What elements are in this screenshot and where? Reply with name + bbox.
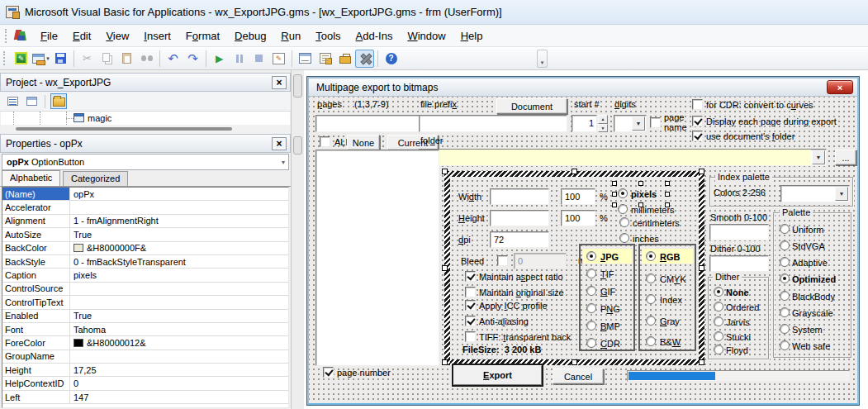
folder-value[interactable] [420, 150, 811, 165]
selection-handle[interactable] [699, 265, 704, 271]
property-label[interactable]: Caption [2, 269, 70, 281]
menu-addins[interactable]: Add-Ins [349, 26, 401, 45]
palette-system-radio[interactable] [780, 324, 790, 334]
colors-dropdown[interactable]: ▼ [780, 185, 850, 202]
color-cmyk-label[interactable]: CMYK [660, 274, 686, 284]
project-close-button[interactable]: × [272, 76, 287, 89]
unit-inches-radio[interactable] [619, 233, 629, 243]
maintain-aspect-label[interactable]: Maintain aspect ratio [479, 272, 563, 282]
maintain-aspect-checkbox[interactable] [465, 271, 476, 282]
cut-button[interactable]: ✂ [78, 50, 97, 68]
insert-userform-button[interactable]: ▾ [31, 50, 50, 68]
document-button[interactable]: Document [496, 98, 567, 114]
selection-handle[interactable] [572, 359, 577, 365]
menu-format[interactable]: Format [178, 26, 227, 45]
redo-button[interactable]: ↷ [183, 50, 202, 68]
break-button[interactable] [230, 50, 249, 68]
format-tif-radio[interactable] [586, 269, 596, 278]
dither-none-radio[interactable] [714, 287, 723, 297]
design-mode-button[interactable]: ✎ [269, 50, 288, 68]
format-cdr-radio[interactable] [586, 338, 596, 348]
format-bmp-radio[interactable] [586, 321, 596, 331]
palette-blackbody-radio[interactable] [780, 291, 790, 301]
page-number-checkbox[interactable] [323, 367, 334, 378]
unit-centimeters-radio[interactable] [619, 217, 629, 227]
height-percent-input[interactable]: 100 [561, 210, 595, 226]
menu-run[interactable]: Run [273, 26, 308, 45]
toolbar-grip[interactable] [3, 51, 7, 65]
format-cdr-label[interactable]: CDR [600, 339, 620, 349]
help-button[interactable]: ? [382, 50, 401, 68]
format-gif-label[interactable]: GIF [600, 287, 615, 297]
palette-uniform-radio[interactable] [780, 224, 790, 234]
display-each-page-checkbox[interactable] [692, 116, 703, 126]
selection-handle[interactable] [612, 202, 617, 207]
maintain-original-checkbox[interactable] [465, 287, 476, 297]
property-label[interactable]: Left [2, 391, 70, 403]
color-bw-radio[interactable] [646, 336, 656, 346]
dither-stucki-label[interactable]: Stucki [726, 332, 751, 342]
format-bmp-label[interactable]: BMP [600, 321, 620, 331]
none-button[interactable]: None [347, 135, 380, 150]
file-prefix-input[interactable] [419, 115, 567, 132]
paste-button[interactable] [117, 50, 136, 68]
project-hscrollbar-thumb[interactable] [16, 127, 232, 131]
tree-item-magic[interactable]: magic [88, 113, 111, 123]
property-label[interactable]: Accelerator [2, 201, 70, 213]
property-value[interactable]: 147 [70, 392, 288, 402]
selection-handle[interactable] [699, 359, 704, 365]
dpi-input[interactable]: 72 [490, 231, 549, 248]
dialog-close-button[interactable]: × [827, 80, 853, 94]
menubar-grip[interactable] [5, 29, 9, 43]
menu-edit[interactable]: Edit [65, 26, 98, 45]
property-value[interactable]: True [70, 230, 288, 240]
property-label[interactable]: BackColor [2, 242, 70, 254]
color-gray-radio[interactable] [646, 316, 656, 326]
save-button[interactable] [51, 50, 70, 68]
property-value[interactable]: True [70, 311, 288, 321]
folder-combo[interactable]: ▼ [419, 149, 827, 166]
property-label[interactable]: AutoSize [2, 228, 70, 240]
format-png-label[interactable]: PNG [600, 304, 620, 314]
palette-adaptive-radio[interactable] [780, 257, 790, 267]
property-value[interactable]: 0 [70, 378, 288, 388]
palette-system-label[interactable]: System [792, 325, 823, 335]
selection-handle[interactable] [665, 202, 670, 207]
dropdown-arrow-icon[interactable]: ▼ [632, 117, 645, 131]
page-number-label[interactable]: page number [337, 368, 391, 378]
copy-button[interactable] [97, 50, 116, 68]
pages-listbox[interactable] [315, 150, 439, 366]
palette-websafe-label[interactable]: Web safe [792, 341, 830, 351]
selection-handle[interactable] [665, 181, 670, 186]
width-input[interactable] [490, 188, 549, 205]
palette-grayscale-radio[interactable] [780, 307, 790, 317]
selection-handle[interactable] [442, 169, 448, 174]
selection-handle[interactable] [638, 202, 643, 207]
start-number-stepper[interactable]: 1 ▲▼ [572, 115, 608, 132]
color-bw-label[interactable]: B&W [660, 337, 681, 347]
digits-dropdown[interactable]: ▼ [614, 115, 647, 132]
dock-scrollbar-thumb[interactable] [293, 136, 302, 155]
chevron-down-icon[interactable]: ▾ [282, 159, 285, 166]
menu-insert[interactable]: Insert [136, 26, 178, 45]
start-number-value[interactable]: 1 [572, 115, 597, 132]
tools-button[interactable] [355, 50, 374, 68]
menu-file[interactable]: File [33, 26, 65, 45]
display-each-page-label[interactable]: Display each page during export [706, 117, 837, 126]
property-value[interactable]: &H8000000F& [70, 243, 288, 253]
view-code-button[interactable] [4, 93, 21, 109]
unit-inches-label[interactable]: inches [633, 234, 659, 244]
smooth-input[interactable] [709, 224, 769, 240]
dither-none-label[interactable]: None [726, 288, 749, 297]
folder-dropdown-icon[interactable]: ▼ [812, 150, 825, 164]
unit-pixels-label[interactable]: pixels [631, 189, 657, 199]
cdr-curves-checkbox[interactable] [692, 99, 703, 110]
use-document-folder-checkbox[interactable] [692, 131, 703, 141]
palette-adaptive-label[interactable]: Adaptive [792, 258, 828, 268]
selection-handle[interactable] [665, 192, 670, 197]
property-label[interactable]: Height [2, 364, 70, 376]
insert-dropdown-icon[interactable]: ▾ [46, 55, 50, 62]
selection-handle[interactable] [612, 181, 617, 186]
property-value[interactable]: pixels [70, 270, 288, 280]
color-gray-label[interactable]: Gray [660, 316, 680, 326]
